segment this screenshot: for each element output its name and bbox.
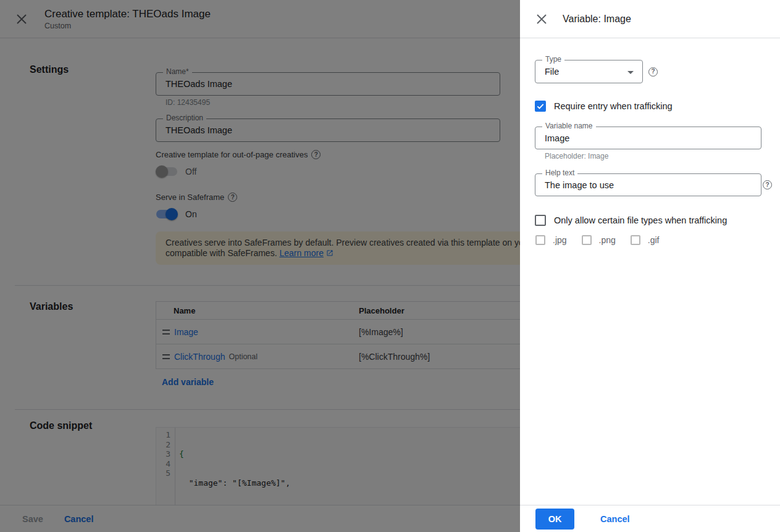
help-text-help-icon[interactable] xyxy=(763,180,772,189)
variable-panel: Variable: Image Type File Require entry … xyxy=(520,0,780,532)
only-allow-label: Only allow certain file types when traff… xyxy=(554,215,727,225)
variable-name-value[interactable]: Image xyxy=(535,133,761,143)
type-select[interactable]: Type File xyxy=(535,60,643,83)
require-entry-checkbox[interactable] xyxy=(535,101,546,112)
variable-name-field[interactable]: Variable name Image xyxy=(535,127,761,149)
help-text-row: Help text The image to use xyxy=(535,173,761,196)
panel-body: Type File Require entry when trafficking… xyxy=(520,38,780,505)
panel-title: Variable: Image xyxy=(563,14,631,25)
type-select-value: File xyxy=(535,67,642,77)
file-type-item: .png xyxy=(582,235,616,245)
help-text-label: Help text xyxy=(542,168,577,177)
file-type-item: .jpg xyxy=(535,235,567,245)
panel-footer: OK Cancel xyxy=(520,505,780,532)
require-entry-label: Require entry when trafficking xyxy=(554,101,673,111)
gif-checkbox[interactable] xyxy=(631,235,640,245)
type-select-label: Type xyxy=(542,55,564,64)
jpg-checkbox[interactable] xyxy=(535,235,545,245)
ok-button[interactable]: OK xyxy=(535,509,574,530)
help-text-value[interactable]: The image to use xyxy=(535,180,761,190)
panel-header: Variable: Image xyxy=(520,0,780,38)
variable-name-label: Variable name xyxy=(542,122,596,130)
variable-name-helper: Placeholder: Image xyxy=(535,152,765,160)
jpg-label: .jpg xyxy=(553,235,567,245)
chevron-down-icon xyxy=(627,71,634,74)
gif-label: .gif xyxy=(648,235,660,245)
only-allow-row: Only allow certain file types when traff… xyxy=(535,215,765,226)
type-row: Type File xyxy=(535,60,765,83)
only-allow-checkbox[interactable] xyxy=(535,215,546,226)
panel-close-icon[interactable] xyxy=(536,14,547,25)
type-help-icon[interactable] xyxy=(648,67,658,77)
file-types-row: .jpg .png .gif xyxy=(535,235,765,245)
help-text-field[interactable]: Help text The image to use xyxy=(535,173,761,196)
require-entry-row: Require entry when trafficking xyxy=(535,101,765,112)
file-type-item: .gif xyxy=(631,235,660,245)
panel-cancel-button[interactable]: Cancel xyxy=(600,514,630,524)
png-label: .png xyxy=(599,235,616,245)
png-checkbox[interactable] xyxy=(582,235,592,245)
